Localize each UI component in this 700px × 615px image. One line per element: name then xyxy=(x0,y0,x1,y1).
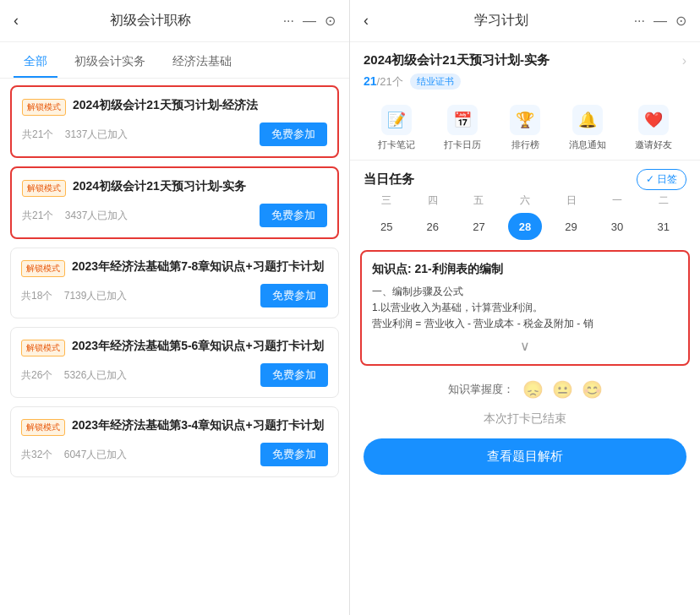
expand-icon[interactable]: ∨ xyxy=(372,338,678,354)
checkin-done: 本次打卡已结束 xyxy=(350,406,700,432)
day-name-4: 日 xyxy=(555,193,588,208)
join-btn-3[interactable]: 免费参加 xyxy=(260,284,328,308)
left-back-icon[interactable]: ‹ xyxy=(14,12,19,30)
course-count-1: 共21个 xyxy=(22,128,53,140)
course-joined-2: 3437人已加入 xyxy=(65,210,129,221)
cal-day-25[interactable]: 25 xyxy=(369,213,403,240)
emoji-neutral[interactable]: 😐 xyxy=(552,379,573,400)
course-title-1: 2024初级会计21天预习计划-经济法 xyxy=(73,97,258,114)
calendar-days: 25 26 27 28 29 30 31 xyxy=(350,210,700,243)
notify-label: 消息通知 xyxy=(569,139,606,151)
mastery-label: 知识掌握度： xyxy=(448,382,514,397)
cert-badge[interactable]: 结业证书 xyxy=(410,73,461,90)
course-meta-5: 共32个 6047人已加入 免费参加 xyxy=(21,443,328,466)
daily-task-header: 当日任务 ✓ 日签 xyxy=(350,161,700,193)
course-card-5-header: 解锁模式 2023年经济法基础第3-4章知识点+习题打卡计划 xyxy=(21,417,328,436)
course-meta-1: 共21个 3137人已加入 免费参加 xyxy=(22,122,327,146)
right-more-icon[interactable]: ··· xyxy=(634,14,645,29)
course-card-4: 解锁模式 2023年经济法基础第5-6章知识点+习题打卡计划 共26个 5326… xyxy=(10,327,339,398)
emoji-happy[interactable]: 😊 xyxy=(582,379,603,400)
course-joined-5: 6047人已加入 xyxy=(64,449,128,460)
cal-day-30[interactable]: 30 xyxy=(600,213,634,240)
left-title: 初级会计职称 xyxy=(110,12,191,30)
cal-day-28[interactable]: 28 xyxy=(508,213,542,240)
knowledge-title: 知识点: 21-利润表的编制 xyxy=(372,262,678,277)
course-stats-1: 共21个 3137人已加入 xyxy=(22,128,136,142)
cal-day-29[interactable]: 29 xyxy=(555,213,588,240)
course-stats-3: 共18个 7139人已加入 xyxy=(21,289,135,303)
course-count-4: 共26个 xyxy=(21,369,52,381)
left-panel: ‹ 初级会计职称 ··· — ⊙ 全部 初级会计实务 经济法基础 解锁模式 20… xyxy=(0,0,350,615)
icon-rank[interactable]: 🏆 排行榜 xyxy=(510,105,540,151)
unlock-badge-2: 解锁模式 xyxy=(22,180,66,197)
progress-current: 21/21个 xyxy=(364,74,403,90)
day-name-2: 五 xyxy=(462,193,495,208)
left-minimize-icon[interactable]: — xyxy=(303,14,316,29)
cal-day-27[interactable]: 27 xyxy=(462,213,495,240)
course-card-4-header: 解锁模式 2023年经济法基础第5-6章知识点+习题打卡计划 xyxy=(21,338,328,356)
day-name-5: 一 xyxy=(600,193,634,208)
left-more-icon[interactable]: ··· xyxy=(283,14,294,29)
cal-day-31[interactable]: 31 xyxy=(647,213,681,240)
join-btn-2[interactable]: 免费参加 xyxy=(260,204,327,227)
mastery-row: 知识掌握度： 😞 😐 😊 xyxy=(350,373,700,406)
right-header-actions: ··· — ⊙ xyxy=(634,13,686,29)
icon-notify[interactable]: 🔔 消息通知 xyxy=(569,105,606,151)
course-card-2: 解锁模式 2024初级会计21天预习计划-实务 共21个 3437人已加入 免费… xyxy=(10,166,339,239)
course-title-3: 2023年经济法基础第7-8章知识点+习题打卡计划 xyxy=(72,259,324,275)
course-list: 解锁模式 2024初级会计21天预习计划-经济法 共21个 3137人已加入 免… xyxy=(0,79,349,615)
knowledge-line-1: 1.以营业收入为基础，计算营业利润。 xyxy=(372,300,678,316)
tab-jingji[interactable]: 经济法基础 xyxy=(162,49,242,78)
join-btn-5[interactable]: 免费参加 xyxy=(260,443,328,466)
view-analysis-button[interactable]: 查看题目解析 xyxy=(364,438,686,475)
right-minimize-icon[interactable]: — xyxy=(654,14,667,29)
tab-all[interactable]: 全部 xyxy=(14,49,57,78)
daily-task-title: 当日任务 xyxy=(364,171,414,188)
icon-invite[interactable]: ❤️ 邀请好友 xyxy=(635,105,672,151)
course-joined-3: 7139人已加入 xyxy=(64,290,128,302)
day-name-6: 二 xyxy=(647,193,681,208)
plan-title-row: 2024初级会计21天预习计划-实务 › xyxy=(350,42,700,72)
rank-label: 排行榜 xyxy=(511,139,539,151)
tab-shiwu[interactable]: 初级会计实务 xyxy=(64,49,156,78)
course-meta-3: 共18个 7139人已加入 免费参加 xyxy=(21,284,328,308)
join-btn-4[interactable]: 免费参加 xyxy=(260,363,328,387)
knowledge-line-0: 一、编制步骤及公式 xyxy=(372,284,678,300)
calendar-label: 打卡日历 xyxy=(444,139,481,151)
left-header: ‹ 初级会计职称 ··· — ⊙ xyxy=(0,0,349,42)
icon-calendar[interactable]: 📅 打卡日历 xyxy=(444,105,481,151)
right-title: 学习计划 xyxy=(474,12,528,30)
icon-note[interactable]: 📝 打卡笔记 xyxy=(378,105,415,151)
course-count-5: 共32个 xyxy=(21,449,52,460)
emoji-sad[interactable]: 😞 xyxy=(522,379,544,400)
unlock-badge-4: 解锁模式 xyxy=(21,340,65,356)
icon-row: 📝 打卡笔记 📅 打卡日历 🏆 排行榜 🔔 消息通知 ❤️ 邀请好友 xyxy=(350,96,700,161)
knowledge-card: 知识点: 21-利润表的编制 一、编制步骤及公式 1.以营业收入为基础，计算营业… xyxy=(360,250,690,366)
chevron-right-icon[interactable]: › xyxy=(682,53,686,68)
knowledge-line-2: 营业利润 = 营业收入 - 营业成本 - 税金及附加 - 销 xyxy=(372,316,678,332)
course-stats-4: 共26个 5326人已加入 xyxy=(21,368,135,383)
right-back-icon[interactable]: ‹ xyxy=(364,12,369,30)
unlock-badge-1: 解锁模式 xyxy=(22,99,66,116)
day-name-3: 六 xyxy=(508,193,542,208)
course-meta-4: 共26个 5326人已加入 免费参加 xyxy=(21,363,328,387)
unlock-badge-5: 解锁模式 xyxy=(21,419,65,436)
notify-icon: 🔔 xyxy=(572,105,603,135)
left-close-icon[interactable]: ⊙ xyxy=(325,13,336,29)
rank-icon: 🏆 xyxy=(510,105,540,135)
course-title-2: 2024初级会计21天预习计划-实务 xyxy=(73,178,246,195)
right-close-icon[interactable]: ⊙ xyxy=(675,13,686,29)
join-btn-1[interactable]: 免费参加 xyxy=(260,122,327,146)
course-card-2-header: 解锁模式 2024初级会计21天预习计划-实务 xyxy=(22,178,327,197)
note-label: 打卡笔记 xyxy=(378,139,415,151)
calendar-day-names: 三 四 五 六 日 一 二 xyxy=(350,193,700,210)
course-count-2: 共21个 xyxy=(22,210,53,221)
cal-day-26[interactable]: 26 xyxy=(416,213,450,240)
left-header-actions: ··· — ⊙ xyxy=(283,13,336,29)
sign-button[interactable]: ✓ 日签 xyxy=(637,169,686,190)
course-card-3: 解锁模式 2023年经济法基础第7-8章知识点+习题打卡计划 共18个 7139… xyxy=(10,248,339,318)
invite-icon: ❤️ xyxy=(638,105,669,135)
invite-label: 邀请好友 xyxy=(635,139,672,151)
calendar-icon: 📅 xyxy=(447,105,478,135)
plan-progress-row: 21/21个 结业证书 xyxy=(350,72,700,96)
